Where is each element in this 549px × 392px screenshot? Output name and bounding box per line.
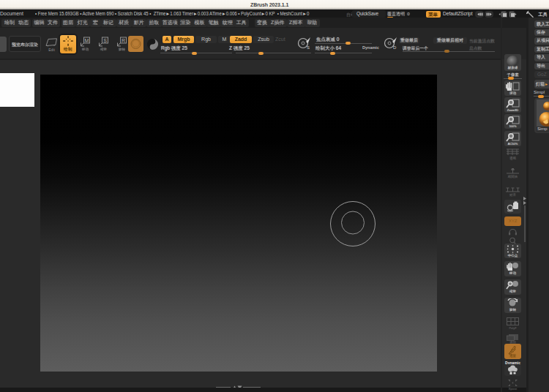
svg-text:R: R: [122, 38, 125, 43]
svg-text:S: S: [307, 45, 310, 50]
svg-text:S: S: [103, 38, 107, 43]
svg-text:M: M: [85, 38, 89, 43]
svg-text:D: D: [393, 45, 397, 50]
